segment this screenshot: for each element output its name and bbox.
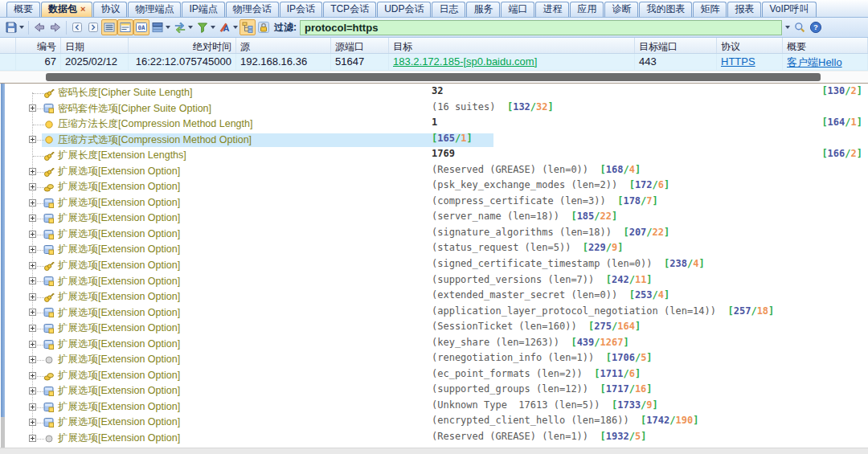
expand-plus-icon[interactable]	[29, 277, 36, 284]
dropdown-caret[interactable]	[211, 26, 215, 29]
expand-plus-icon[interactable]	[29, 215, 36, 222]
column-header-src_port[interactable]: 源端口	[331, 38, 389, 53]
tree-row[interactable]: 扩展选项[Extension Option](extended_master_s…	[0, 289, 868, 305]
tab-6[interactable]: IP会话	[280, 2, 322, 17]
tree-row[interactable]: 密码长度[Cipher Suite Length][130/2]32	[0, 85, 868, 101]
tab-5[interactable]: 物理会话	[226, 2, 279, 17]
tab-13[interactable]: 应用	[570, 2, 604, 17]
filter-funnel-icon[interactable]	[194, 19, 211, 35]
expand-plus-icon[interactable]	[29, 325, 36, 332]
expand-plus-icon[interactable]	[29, 356, 36, 363]
save-icon[interactable]	[3, 19, 19, 35]
forward-arrow-icon[interactable]	[47, 19, 63, 35]
tree-row[interactable]: 扩展选项[Extension Option](compress_certific…	[0, 195, 868, 211]
columns-layout-icon[interactable]	[149, 19, 166, 35]
expand-plus-icon[interactable]	[29, 104, 36, 112]
dropdown-caret[interactable]	[188, 26, 193, 29]
tree-row[interactable]: 压缩方法长度[Compression Method Length][164/1]…	[0, 117, 868, 133]
expand-plus-icon[interactable]	[29, 168, 36, 175]
tree-row[interactable]: 扩展选项[Extension Option](supported_version…	[0, 274, 868, 290]
expand-plus-icon[interactable]	[29, 231, 36, 238]
tree-row[interactable]: 扩展选项[Extension Option](server_name (len=…	[0, 211, 868, 227]
expand-plus-icon[interactable]	[29, 419, 36, 426]
back-arrow-icon[interactable]	[31, 19, 47, 35]
packet-cell-dst_port: 443	[635, 54, 717, 70]
filter-dropdown-caret[interactable]	[785, 26, 790, 29]
tree-row[interactable]: 扩展选项[Extension Option](supported_groups …	[0, 383, 868, 399]
dropdown-caret[interactable]	[19, 26, 24, 29]
tab-4[interactable]: IP端点	[182, 2, 224, 17]
tab-2[interactable]: 协议	[93, 2, 127, 17]
list-view-icon[interactable]	[101, 19, 117, 35]
expand-plus-icon[interactable]	[29, 387, 36, 395]
tab-12[interactable]: 进程	[535, 2, 569, 17]
column-header-date[interactable]: 日期	[61, 38, 129, 53]
tab-0[interactable]: 概要	[6, 2, 40, 17]
tab-15[interactable]: 我的图表	[639, 2, 692, 17]
tree-row[interactable]: 扩展选项[Extension Option](encrypted_client_…	[0, 415, 868, 431]
column-header-target[interactable]: 目标	[389, 38, 635, 53]
tab-18[interactable]: VoIP呼叫	[762, 2, 816, 17]
column-header-no[interactable]: 编号	[16, 38, 61, 53]
column-header-abs_time[interactable]: 绝对时间	[129, 38, 236, 53]
tree-row[interactable]: 扩展选项[Extension Option](renegotiation_inf…	[0, 352, 868, 368]
tree-row[interactable]: 扩展选项[Extension Option](key_share (len=12…	[0, 337, 868, 353]
expand-plus-icon[interactable]	[29, 183, 36, 190]
dropdown-caret[interactable]	[166, 26, 170, 29]
tree-row[interactable]: 扩展选项[Extension Option](signed_certificat…	[0, 258, 868, 274]
tab-14[interactable]: 诊断	[604, 2, 638, 17]
column-header-summary[interactable]: 概要	[783, 38, 868, 53]
tree-row[interactable]: 压缩方式选项[Compression Method Option][165/1]	[0, 133, 868, 149]
packet-exchange-icon[interactable]	[172, 19, 188, 35]
help-icon[interactable]: ?	[808, 19, 824, 35]
column-header-source[interactable]: 源	[236, 38, 331, 53]
tab-8[interactable]: UDP会话	[377, 2, 431, 17]
tab-close-icon[interactable]: ×	[80, 4, 85, 14]
dropdown-caret[interactable]	[233, 26, 238, 29]
lock-icon[interactable]	[256, 19, 272, 35]
expand-plus-icon[interactable]	[29, 293, 36, 301]
expand-plus-icon[interactable]	[29, 403, 36, 411]
tab-3[interactable]: 物理端点	[128, 2, 181, 17]
tree-row[interactable]: 扩展选项[Extension Option](Reserved (GREASE)…	[0, 164, 868, 180]
expand-plus-icon[interactable]	[29, 309, 36, 316]
tab-17[interactable]: 报表	[727, 2, 761, 17]
expand-plus-icon[interactable]	[29, 341, 36, 348]
tree-row[interactable]: 扩展选项[Extension Option](Unknown Type 1761…	[0, 399, 868, 415]
tree-row[interactable]: 扩展选项[Extension Option](signature_algorit…	[0, 227, 868, 243]
column-header-gutter[interactable]	[0, 38, 16, 53]
decode-tree-icon[interactable]	[240, 19, 256, 35]
tab-16[interactable]: 矩阵	[693, 2, 727, 17]
expand-plus-icon[interactable]	[29, 136, 36, 143]
expand-plus-icon[interactable]	[29, 199, 36, 207]
horizontal-scrollbar[interactable]	[0, 71, 868, 83]
tree-row[interactable]: 扩展选项[Extension Option](ec_point_formats …	[0, 368, 868, 384]
expand-plus-icon[interactable]	[29, 246, 36, 253]
expand-plus-icon[interactable]	[29, 262, 36, 269]
tree-row[interactable]: 扩展选项[Extension Option](SessionTicket (le…	[0, 321, 868, 337]
tab-10[interactable]: 服务	[466, 2, 500, 17]
hex-view-icon[interactable]: 0A	[133, 19, 149, 35]
tree-row[interactable]: 密码套件选项[Cipher Suite Option](16 suites) […	[0, 101, 868, 117]
expand-plus-icon[interactable]	[29, 435, 36, 442]
search-icon[interactable]	[792, 19, 808, 35]
tab-9[interactable]: 日志	[432, 2, 465, 17]
filter-input[interactable]	[300, 20, 782, 35]
column-header-dst_port[interactable]: 目标端口	[635, 38, 717, 53]
bookmark-prev-icon[interactable]	[69, 19, 85, 35]
tab-1[interactable]: 数据包×	[41, 2, 92, 17]
tab-7[interactable]: TCP会话	[323, 2, 376, 17]
bookmark-next-icon[interactable]	[85, 19, 101, 35]
tab-11[interactable]: 端口	[501, 2, 534, 17]
packet-row[interactable]: 672025/02/1216:22:12.075745000192.168.16…	[0, 54, 868, 71]
detail-view-icon[interactable]	[117, 19, 133, 35]
tree-row[interactable]: 扩展选项[Extension Option](psk_key_exchange_…	[0, 179, 868, 195]
expand-plus-icon[interactable]	[29, 372, 36, 379]
tree-row[interactable]: 扩展长度[Extension Lengths][166/2]1769	[0, 148, 868, 164]
scrollbar-thumb[interactable]	[46, 73, 821, 81]
column-header-protocol[interactable]: 协议	[717, 38, 783, 53]
tree-row[interactable]: 扩展选项[Extension Option](application_layer…	[0, 305, 868, 321]
tree-row[interactable]: 扩展选项[Extension Option](status_request (l…	[0, 242, 868, 258]
highlight-marker-icon[interactable]: A	[217, 19, 233, 35]
tree-row[interactable]: 扩展选项[Extension Option](Reserved (GREASE)…	[0, 431, 868, 447]
